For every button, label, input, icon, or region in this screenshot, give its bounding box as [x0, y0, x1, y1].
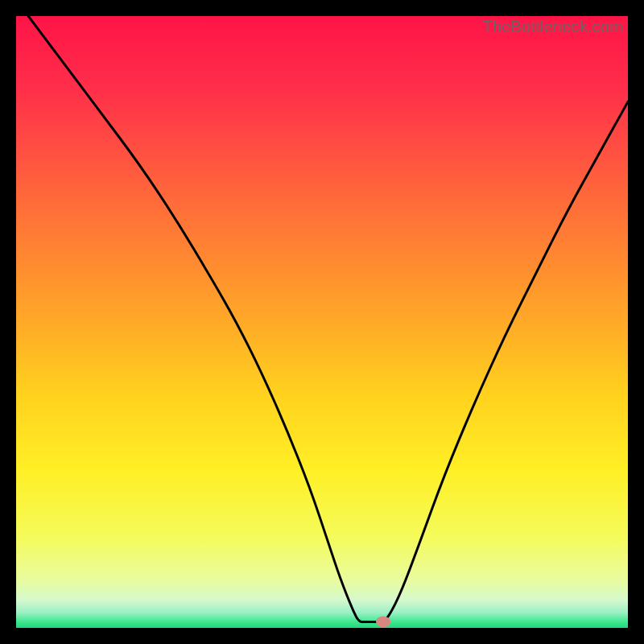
plot-area: TheBottleneck.com	[16, 16, 628, 628]
optimal-point-marker	[376, 616, 390, 627]
chart-frame: TheBottleneck.com	[16, 16, 628, 628]
bottleneck-chart	[16, 16, 628, 628]
gradient-background	[16, 16, 628, 628]
watermark-label: TheBottleneck.com	[482, 18, 623, 36]
